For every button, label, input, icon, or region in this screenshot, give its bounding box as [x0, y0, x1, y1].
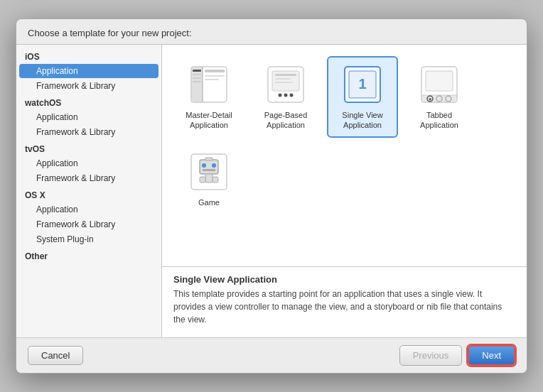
svg-rect-5 — [193, 77, 201, 79]
sidebar-item-watch-framework[interactable]: Framework & Library — [19, 125, 158, 139]
svg-rect-1 — [191, 67, 203, 102]
sidebar-item-watch-app[interactable]: Application — [19, 110, 158, 124]
svg-point-31 — [212, 163, 216, 168]
sidebar-item-osx-plugin[interactable]: System Plug-in — [19, 232, 158, 246]
template-item-tabbed[interactable]: ★ Tabbed Application — [404, 56, 475, 138]
new-project-dialog: Choose a template for your new project: … — [16, 18, 527, 374]
page-based-icon — [264, 63, 307, 106]
single-view-icon: 1 — [341, 63, 384, 106]
template-item-page-based[interactable]: Page-Based Application — [250, 56, 321, 138]
templates-grid: Master-Detail Application Page-Based App… — [162, 45, 527, 266]
svg-rect-3 — [193, 70, 201, 72]
template-label-master-detail: Master-Detail Application — [186, 110, 232, 131]
template-item-master-detail[interactable]: Master-Detail Application — [173, 56, 244, 138]
sidebar-group-tvos: tvOS — [16, 140, 161, 156]
sidebar-item-osx-app[interactable]: Application — [19, 202, 158, 217]
description-title: Single View Application — [173, 274, 515, 285]
svg-rect-9 — [205, 79, 219, 80]
game-icon — [188, 151, 230, 193]
sidebar-group-ios: iOS — [16, 48, 161, 63]
svg-rect-8 — [205, 75, 225, 77]
sidebar: iOSApplicationFramework & LibrarywatchOS… — [16, 45, 162, 337]
svg-point-30 — [202, 163, 206, 168]
svg-point-13 — [290, 94, 294, 97]
next-button[interactable]: Next — [468, 345, 515, 366]
previous-button[interactable]: Previous — [399, 345, 463, 366]
svg-rect-36 — [205, 158, 213, 160]
template-label-tabbed: Tabbed Application — [420, 110, 458, 131]
svg-rect-17 — [275, 82, 293, 83]
sidebar-item-osx-framework[interactable]: Framework & Library — [19, 217, 158, 232]
template-label-page-based: Page-Based Application — [264, 110, 308, 131]
template-label-game: Game — [198, 197, 220, 207]
svg-rect-32 — [203, 169, 215, 171]
sidebar-group-other: Other — [16, 247, 161, 263]
footer-right: Previous Next — [399, 345, 515, 366]
dialog-body: iOSApplicationFramework & LibrarywatchOS… — [16, 44, 527, 337]
template-item-single-view[interactable]: 1 Single View Application — [327, 56, 398, 138]
svg-text:1: 1 — [358, 76, 366, 92]
master-detail-icon — [188, 63, 230, 106]
template-label-single-view: Single View Application — [342, 110, 382, 131]
sidebar-item-tv-framework[interactable]: Framework & Library — [19, 171, 158, 185]
svg-text:★: ★ — [428, 97, 432, 102]
sidebar-item-tv-app[interactable]: Application — [19, 156, 158, 170]
svg-point-12 — [284, 94, 288, 97]
description-text: This template provides a starting point … — [173, 288, 515, 326]
template-item-game[interactable]: Game — [173, 143, 244, 214]
svg-point-11 — [279, 94, 282, 97]
svg-rect-15 — [275, 74, 296, 76]
sidebar-item-ios-framework[interactable]: Framework & Library — [19, 79, 158, 93]
sidebar-group-watchos: watchOS — [16, 94, 161, 109]
svg-rect-34 — [200, 177, 205, 183]
dialog-title: Choose a template for your new project: — [16, 19, 527, 44]
sidebar-item-ios-app[interactable]: Application — [19, 64, 158, 78]
dialog-footer: Cancel Previous Next — [16, 337, 527, 373]
cancel-button[interactable]: Cancel — [28, 346, 83, 365]
svg-rect-7 — [205, 70, 225, 72]
main-area: Master-Detail Application Page-Based App… — [162, 45, 527, 337]
svg-rect-35 — [213, 177, 218, 183]
description-area: Single View Application This template pr… — [162, 266, 527, 337]
svg-rect-16 — [275, 78, 291, 80]
sidebar-group-osx: OS X — [16, 186, 161, 202]
svg-rect-6 — [193, 81, 201, 82]
svg-rect-4 — [193, 74, 201, 75]
tabbed-icon: ★ — [418, 63, 461, 106]
svg-rect-33 — [205, 174, 213, 183]
svg-rect-27 — [426, 71, 453, 91]
